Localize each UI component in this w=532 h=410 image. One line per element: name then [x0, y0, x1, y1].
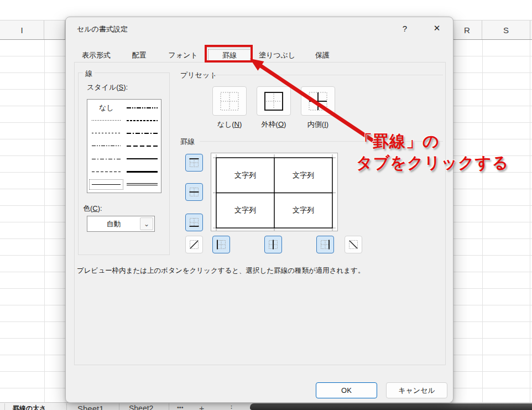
line-style-dash-dot[interactable] — [88, 153, 124, 165]
line-style-dash-dot-dot[interactable] — [88, 139, 124, 152]
line-style-row — [88, 153, 160, 165]
border-diagonal-up-button[interactable] — [185, 236, 203, 253]
gridline-vertical — [482, 40, 483, 402]
preview-cell-text: 文字列 — [216, 158, 274, 193]
spreadsheet-grid-right[interactable] — [453, 40, 532, 402]
border-vertical-middle-icon — [268, 239, 279, 250]
line-style-double[interactable] — [124, 178, 160, 191]
line-style-thick-solid[interactable] — [124, 165, 160, 178]
border-left-button[interactable] — [212, 236, 230, 253]
preset-section-line — [211, 75, 443, 75]
tab-number-format[interactable]: 表示形式 — [74, 48, 118, 63]
tab-font[interactable]: フォント — [160, 48, 206, 63]
sheet-menu-icon[interactable]: ⋮ — [228, 404, 235, 410]
preset-section-title: プリセット — [180, 70, 217, 80]
column-header-r[interactable]: R — [452, 20, 482, 39]
annotation-text: 「罫線」の タブをクリックする — [356, 131, 509, 174]
annotation-line1: 「罫線」の — [356, 131, 509, 152]
preview-cell-text: 文字列 — [274, 193, 332, 229]
border-preview[interactable]: 文字列 文字列 文字列 文字列 — [211, 153, 338, 231]
line-group-title: 線 — [83, 69, 95, 79]
help-icon[interactable]: ? — [397, 20, 413, 36]
line-style-hair-dotted[interactable] — [88, 114, 124, 127]
column-header-i[interactable]: I — [0, 20, 44, 39]
line-style-row — [88, 139, 160, 152]
gridline-vertical — [530, 40, 530, 402]
line-style-row — [88, 178, 160, 191]
preset-outline-label: 外枠(O) — [252, 120, 296, 129]
gridline-vertical — [44, 40, 45, 402]
line-style-medium-solid[interactable] — [124, 153, 160, 165]
border-vertical-middle-button[interactable] — [264, 236, 282, 253]
dialog-description: プレビュー枠内または上のボタンをクリックすると、選択した罫線の種類が適用されます… — [77, 266, 442, 276]
line-style-medium-dash-dot-dot[interactable] — [124, 101, 160, 114]
line-style-row: なし — [88, 101, 160, 114]
preview-cell-text: 文字列 — [216, 193, 274, 229]
sheet-tab-sheet1[interactable]: Sheet1 — [77, 404, 104, 410]
preset-inside-label: 内側(I) — [296, 120, 340, 129]
line-style-row — [88, 114, 160, 127]
spreadsheet-grid-left[interactable] — [0, 40, 65, 402]
preset-none-icon — [220, 91, 239, 111]
color-dropdown[interactable]: 自動 ⌄ — [87, 216, 155, 232]
more-sheets-icon[interactable]: ••• — [177, 404, 184, 410]
line-style-slant-dash-dot[interactable] — [124, 114, 160, 127]
border-top-button[interactable] — [185, 154, 203, 172]
sheet-tab-active[interactable]: 罫線の太さ — [13, 404, 46, 410]
line-style-listbox[interactable]: なし — [87, 99, 161, 193]
preset-inside-button[interactable] — [301, 86, 335, 116]
preset-outline-button[interactable] — [257, 86, 291, 116]
tab-fill[interactable]: 塗りつぶし — [253, 48, 301, 63]
line-style-dashed[interactable] — [88, 165, 124, 178]
add-sheet-icon[interactable]: + — [199, 404, 204, 410]
line-style-fine-dashed[interactable] — [88, 127, 124, 139]
format-cells-dialog: セルの書式設定 ? ✕ 表示形式 配置 フォント 罫線 塗りつぶし 保護 線 ス… — [65, 17, 453, 403]
line-style-row — [88, 127, 160, 139]
column-header-partial[interactable] — [44, 20, 65, 39]
sheet-bar-divider — [66, 403, 67, 410]
preset-inside-icon — [308, 91, 328, 111]
sheet-bar-divider — [169, 403, 169, 410]
border-diagonal-down-icon — [348, 239, 359, 250]
border-left-icon — [216, 239, 227, 250]
preset-outline-icon — [264, 91, 284, 111]
border-right-icon — [320, 239, 331, 250]
border-diagonal-up-icon — [189, 239, 200, 250]
color-dropdown-value: 自動 — [87, 219, 140, 229]
color-label: 色(C): — [83, 204, 102, 214]
annotation-line2: タブをクリックする — [356, 152, 509, 174]
video-scrubber-bar[interactable] — [250, 403, 532, 410]
cancel-button[interactable]: キャンセル — [386, 382, 447, 398]
preview-cell-text: 文字列 — [274, 158, 332, 193]
border-section-title: 罫線 — [180, 137, 195, 147]
border-bottom-button[interactable] — [185, 214, 203, 231]
border-diagonal-down-button[interactable] — [345, 236, 362, 253]
tab-protection[interactable]: 保護 — [301, 48, 343, 63]
sheet-bar-divider — [4, 403, 5, 410]
annotation-highlight-box — [205, 45, 253, 63]
sheet-bar-divider — [119, 403, 119, 410]
border-horizontal-middle-button[interactable] — [185, 183, 203, 201]
border-top-icon — [189, 157, 200, 168]
border-bottom-icon — [189, 217, 200, 228]
line-style-none[interactable]: なし — [88, 101, 124, 114]
dialog-title: セルの書式設定 — [77, 24, 128, 34]
line-groupbox: 線 スタイル(S): なし — [78, 72, 170, 255]
line-style-thin-solid-selected[interactable] — [88, 178, 124, 191]
preset-none-label: なし(N) — [207, 120, 252, 129]
line-style-row — [88, 165, 160, 178]
screenshot-root: I R S 罫線の太さ Sheet1 Sheet2 ••• + ⋮ セルの書式設… — [0, 0, 532, 410]
line-style-medium-dash-dot[interactable] — [124, 127, 160, 139]
preset-none-button[interactable] — [212, 86, 247, 116]
close-icon[interactable]: ✕ — [428, 20, 446, 36]
style-label: スタイル(S): — [87, 82, 128, 92]
sheet-tab-sheet2[interactable]: Sheet2 — [129, 404, 153, 410]
tab-alignment[interactable]: 配置 — [118, 48, 160, 63]
border-horizontal-middle-icon — [189, 186, 200, 198]
border-right-button[interactable] — [316, 236, 334, 253]
chevron-down-icon[interactable]: ⌄ — [140, 217, 153, 230]
line-style-medium-dashed[interactable] — [124, 139, 160, 152]
column-header-s[interactable]: S — [482, 20, 530, 39]
ok-button[interactable]: OK — [316, 382, 377, 398]
preview-cells: 文字列 文字列 文字列 文字列 — [216, 158, 332, 228]
